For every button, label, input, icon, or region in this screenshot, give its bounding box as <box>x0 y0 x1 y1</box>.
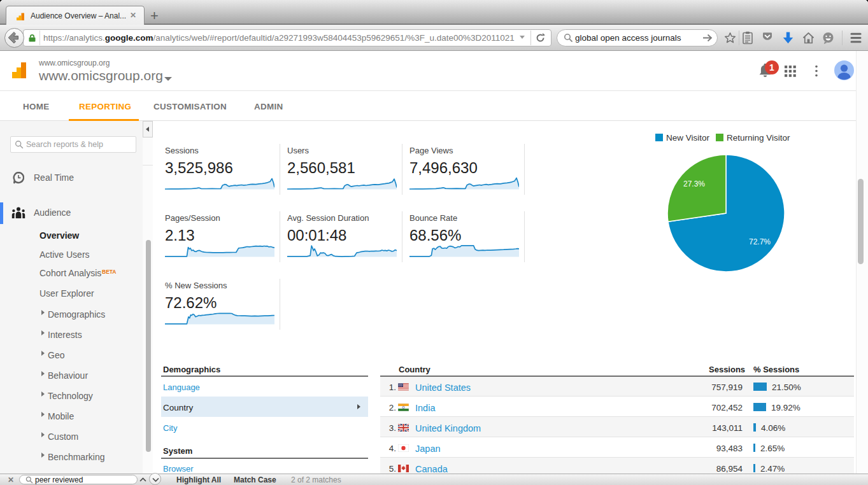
svg-text:72.7%: 72.7% <box>749 237 771 246</box>
svg-text:27.3%: 27.3% <box>683 179 705 188</box>
